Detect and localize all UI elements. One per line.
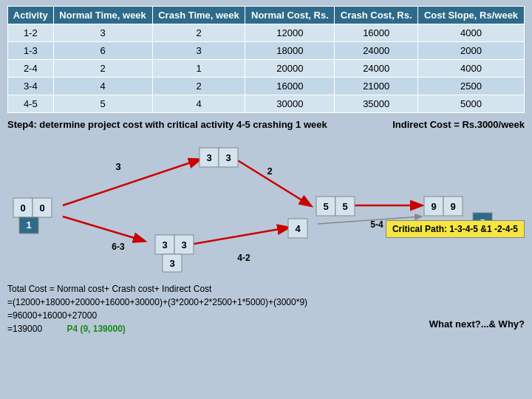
- table-cell: 3-4: [8, 78, 54, 95]
- table-cell: 2: [152, 24, 245, 42]
- svg-text:9: 9: [450, 201, 455, 212]
- table-cell: 3: [152, 42, 245, 60]
- table-cell: 6: [53, 42, 152, 60]
- table-wrapper: Activity Normal Time, week Crash Time, w…: [0, 0, 532, 116]
- table-cell: 2500: [418, 78, 525, 95]
- svg-line-1: [63, 216, 144, 241]
- svg-text:9: 9: [431, 201, 436, 212]
- table-cell: 3: [53, 24, 152, 42]
- table-cell: 4: [152, 95, 245, 113]
- svg-text:5: 5: [323, 201, 328, 212]
- table-cell: 2000: [418, 42, 525, 60]
- svg-text:3: 3: [225, 152, 231, 163]
- step-text-row: Step4: determine project cost with criti…: [0, 116, 532, 132]
- svg-text:3: 3: [181, 239, 186, 250]
- svg-text:1: 1: [26, 219, 31, 231]
- bottom-text: Total Cost = Normal cost+ Crash cost+ In…: [0, 279, 532, 337]
- table-cell: 12000: [245, 24, 335, 42]
- table-cell: 24000: [335, 60, 418, 78]
- total-cost-line1: Total Cost = Normal cost+ Crash cost+ In…: [7, 282, 525, 296]
- table-cell: 16000: [245, 78, 335, 95]
- data-table: Activity Normal Time, week Crash Time, w…: [7, 6, 525, 113]
- svg-line-2: [236, 160, 310, 205]
- col-crash-cost: Crash Cost, Rs.: [335, 7, 418, 24]
- svg-text:3: 3: [162, 239, 167, 250]
- col-activity: Activity: [8, 7, 54, 24]
- table-cell: 16000: [335, 24, 418, 42]
- col-crash-time: Crash Time, week: [152, 7, 245, 24]
- diagram-area: 0 0 1 3 3 3 2 5 5 4 6-3 3 3 3 4-2: [0, 132, 532, 279]
- table-cell: 24000: [335, 42, 418, 60]
- svg-line-3: [181, 228, 288, 246]
- table-cell: 1-3: [8, 42, 54, 60]
- svg-text:0: 0: [39, 202, 44, 214]
- svg-text:4: 4: [295, 223, 301, 234]
- svg-text:3: 3: [115, 161, 120, 172]
- svg-text:2: 2: [267, 166, 272, 177]
- table-cell: 1: [152, 60, 245, 78]
- table-cell: 4000: [418, 24, 525, 42]
- indirect-cost-label: Indirect Cost = Rs.3000/week: [392, 119, 525, 130]
- table-cell: 2: [152, 78, 245, 95]
- svg-text:3: 3: [206, 152, 211, 163]
- table-cell: 4000: [418, 60, 525, 78]
- table-cell: 1-2: [8, 24, 54, 42]
- table-cell: 4: [53, 78, 152, 95]
- table-cell: 30000: [245, 95, 335, 113]
- table-cell: 35000: [335, 95, 418, 113]
- table-cell: 21000: [335, 78, 418, 95]
- highlight-p4: P4 (9, 139000): [66, 324, 125, 334]
- step-description: Step4: determine project cost with criti…: [7, 119, 327, 130]
- table-cell: 5000: [418, 95, 525, 113]
- table-cell: 18000: [245, 42, 335, 60]
- svg-text:5-4: 5-4: [370, 219, 383, 230]
- table-cell: 2-4: [8, 60, 54, 78]
- col-normal-time: Normal Time, week: [53, 7, 152, 24]
- table-cell: 4-5: [8, 95, 54, 113]
- what-next: What next?...& Why?: [429, 317, 525, 332]
- critical-path-box: Critical Path: 1-3-4-5 &1 -2-4-5: [386, 220, 525, 238]
- svg-line-0: [63, 160, 200, 205]
- svg-text:4-2: 4-2: [237, 253, 250, 263]
- svg-text:5: 5: [342, 201, 347, 212]
- svg-text:6-3: 6-3: [112, 242, 125, 252]
- svg-text:0: 0: [20, 202, 25, 214]
- table-cell: 2: [53, 60, 152, 78]
- total-cost-line2: =(12000+18000+20000+16000+30000)+(3*2000…: [7, 296, 525, 309]
- table-cell: 20000: [245, 60, 335, 78]
- diagram-svg: 0 0 1 3 3 3 2 5 5 4 6-3 3 3 3 4-2: [0, 132, 532, 279]
- table-cell: 5: [53, 95, 152, 113]
- col-cost-slope: Cost Slope, Rs/week: [418, 7, 525, 24]
- col-normal-cost: Normal Cost, Rs.: [245, 7, 335, 24]
- svg-text:3: 3: [169, 258, 174, 269]
